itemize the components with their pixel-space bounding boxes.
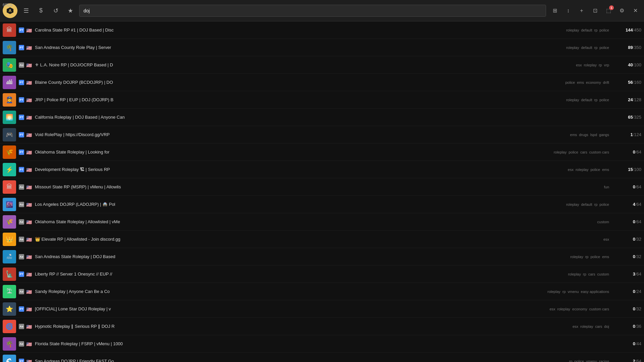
menu-icon: ☰ <box>23 7 29 14</box>
server-row[interactable]: 🏝 Ae 🇺🇸 Sandy Roleplay | Anyone Can Be a… <box>0 283 644 300</box>
server-tag: rp <box>569 359 572 362</box>
history-icon: ↺ <box>53 7 58 14</box>
server-count: 0/64 <box>614 184 641 189</box>
flag-icon: 🇺🇸 <box>26 115 33 120</box>
server-row[interactable]: 🏛 Au 🇺🇸 Missouri State RP (MSRP) | vMenu… <box>0 178 644 196</box>
screen-icon: ⊡ <box>593 7 597 14</box>
settings-button[interactable]: ⚙ <box>616 5 628 17</box>
flag-icon: 🇺🇸 <box>26 359 33 362</box>
server-tag: police <box>599 98 609 102</box>
server-tag: roleplay <box>566 202 579 206</box>
server-tag: default <box>581 28 592 32</box>
server-tag: doj <box>604 324 609 328</box>
server-row[interactable]: 🌾 PT 🇺🇸 Oklahoma State Roleplay | Lookin… <box>0 143 644 161</box>
server-thumbnail: 🌊 <box>3 355 16 362</box>
server-tag: drift <box>603 80 609 84</box>
server-row[interactable]: 🌴 PT 🇺🇸 San Andreas County Role Play | S… <box>0 39 644 56</box>
server-tag: roleplay <box>584 63 597 67</box>
server-tag: ems <box>570 133 577 137</box>
server-count: 0/64 <box>614 219 641 224</box>
server-thumbnail: 🌾 <box>3 145 16 159</box>
server-name: San Andreas DOJRP | Friendly FAST Go <box>35 359 569 362</box>
server-tag: police <box>565 80 575 84</box>
flag-icon: 🇺🇸 <box>26 167 33 172</box>
server-badge: Ae <box>19 324 24 329</box>
server-badge: PT <box>19 359 24 362</box>
server-row[interactable]: 👮 PT 🇺🇸 JRP | Police RP | EUP | DOJ (DOJ… <box>0 91 644 109</box>
filter-icon: ⊞ <box>553 7 557 14</box>
money-icon: $ <box>39 7 43 14</box>
server-thumbnail: 🏛 <box>3 180 16 194</box>
server-thumbnail: 👑 <box>3 233 16 246</box>
close-button[interactable]: ✕ <box>629 5 641 17</box>
add-icon: + <box>580 8 583 14</box>
server-row[interactable]: 🌴 Ae 🇺🇸 Florida State Roleplay | FSRP | … <box>0 335 644 353</box>
server-name: JRP | Police RP | EUP | DOJ (DOJRP) B <box>35 97 566 102</box>
server-count: 0/32 <box>614 306 641 311</box>
server-row[interactable]: 🏖 Ae 🇺🇸 San Andreas State Roleplay | DOJ… <box>0 248 644 265</box>
favorites-button[interactable]: ★ <box>64 5 76 17</box>
server-tag: police <box>569 150 578 154</box>
server-tag: easy applications <box>581 290 609 294</box>
server-row[interactable]: 🎮 PT 🇺🇸 Void RolePlay | https://Discord.… <box>0 126 644 143</box>
server-tag: economy <box>572 307 587 311</box>
server-tag: lspd <box>590 133 597 137</box>
menu-button[interactable]: ☰ <box>20 5 32 17</box>
server-count: 0/24 <box>614 289 641 294</box>
flag-icon: 🇺🇸 <box>26 220 33 224</box>
close-icon: ✕ <box>633 7 638 14</box>
server-row[interactable]: 🌊 PT 🇺🇸 San Andreas DOJRP | Friendly FAS… <box>0 353 644 362</box>
server-row[interactable]: 🌅 PT 🇺🇸 California Roleplay | DOJ Based … <box>0 109 644 126</box>
server-tags: esx <box>603 237 609 241</box>
server-name: [OFFICIAL] Lone Star DOJ Roleplay | v <box>35 306 549 311</box>
flag-icon: 🇺🇸 <box>26 63 33 67</box>
history-button[interactable]: ↺ <box>50 5 62 17</box>
flag-icon: 🇺🇸 <box>26 272 33 277</box>
server-tag: roleplay <box>557 307 571 311</box>
server-tag: custom cars <box>589 307 609 311</box>
server-count: 0/44 <box>614 341 641 346</box>
server-row[interactable]: 🏛 PT 🇺🇸 Carolina State RP #1 | DOJ Based… <box>0 21 644 39</box>
server-thumbnail: 🎭 <box>3 58 16 72</box>
fps-indicator: 60fps <box>3 3 12 7</box>
screen-button[interactable]: ⊡ <box>589 5 601 17</box>
server-name: Development Roleplay 🏗 | Serious RP <box>35 167 568 172</box>
svg-text:A: A <box>9 8 12 13</box>
server-tags: esxroleplaypoliceems <box>568 168 609 172</box>
flag-icon: 🇺🇸 <box>26 185 33 189</box>
server-row[interactable]: ⚡ PT 🇺🇸 Development Roleplay 🏗 | Serious… <box>0 161 644 178</box>
sort-button[interactable]: ↕ <box>562 5 574 17</box>
server-thumbnail: 🌾 <box>3 215 16 229</box>
server-row[interactable]: 🏙 PT 🇺🇸 Blaine County DOJRP (BCDOJRP) | … <box>0 74 644 91</box>
search-input[interactable]: doj <box>79 5 546 17</box>
server-count: 56/160 <box>614 80 641 85</box>
server-tag: cars <box>595 324 602 328</box>
server-row[interactable]: ⭐ PT 🇺🇸 [OFFICIAL] Lone Star DOJ Rolepla… <box>0 300 644 318</box>
money-button[interactable]: $ <box>35 5 47 17</box>
server-tag: rp <box>594 46 597 50</box>
flag-icon: 🇺🇸 <box>26 98 33 102</box>
server-badge: PT <box>19 97 24 103</box>
flag-icon: 🇺🇸 <box>26 342 33 346</box>
server-row[interactable]: 🎭 Au 🇺🇸 ⚜ L.A. Noire RP | DOJ/OCRP Based… <box>0 56 644 74</box>
server-row[interactable]: 👑 Ae 🇺🇸 👑 Elevate RP | Allowlisted - Joi… <box>0 231 644 248</box>
server-tag: rp <box>585 255 589 259</box>
server-tag: vmenu <box>568 290 579 294</box>
server-row[interactable]: 🌾 Ae 🇺🇸 Oklahoma State Roleplay | Allowl… <box>0 213 644 231</box>
add-button[interactable]: + <box>576 5 588 17</box>
server-row[interactable]: 🌆 Au 🇺🇸 Los Angeles DOJRP (LADOJRP) | 🚔 … <box>0 196 644 213</box>
server-thumbnail: 🌅 <box>3 111 16 124</box>
server-row[interactable]: 🗽 PT 🇺🇸 Liberty RP // Server 1 Onesync /… <box>0 265 644 283</box>
server-row[interactable]: 🌀 Ae 🇺🇸 Hypnotic Roleplay ‖ Serious RP ‖… <box>0 318 644 335</box>
server-tag: police <box>574 359 584 362</box>
server-tag: custom cars <box>589 150 609 154</box>
server-tag: roleplay <box>566 98 579 102</box>
filter-button[interactable]: ⊞ <box>549 5 561 17</box>
server-badge: Au <box>19 62 24 68</box>
flag-icon: 🇺🇸 <box>26 150 33 155</box>
server-tags: custom <box>597 220 609 224</box>
sort-icon: ↕ <box>567 8 570 14</box>
server-name: Sandy Roleplay | Anyone Can Be a Co <box>35 289 547 294</box>
server-name: Hypnotic Roleplay ‖ Serious RP ‖ DOJ R <box>35 324 573 329</box>
screen2-button[interactable]: ⬚ 1 <box>602 5 614 17</box>
